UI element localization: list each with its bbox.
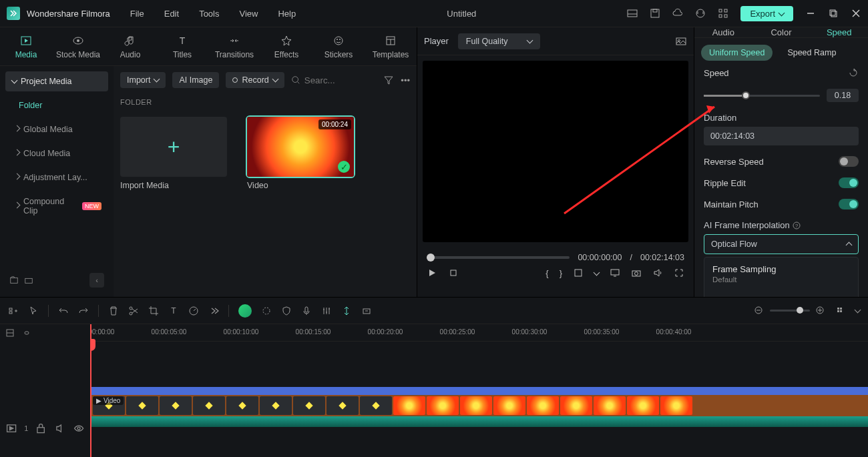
tab-transitions[interactable]: Transitions <box>208 27 260 65</box>
menu-edit[interactable]: Edit <box>164 9 179 19</box>
sidebar-project-media[interactable]: Project Media <box>5 71 108 91</box>
crop-tool-icon[interactable] <box>148 306 159 316</box>
shield-icon[interactable] <box>281 306 292 316</box>
volume-icon[interactable] <box>652 268 663 278</box>
timeline-tracks[interactable]: 00:00:00:00 00:00:05:00 00:00:10:00 00:0… <box>90 324 868 457</box>
new-folder-icon[interactable] <box>9 276 19 285</box>
video-track-icon[interactable] <box>5 422 17 434</box>
display-icon[interactable] <box>610 268 620 278</box>
more-icon[interactable]: ••• <box>401 75 410 85</box>
zoom-out-icon[interactable] <box>754 306 765 316</box>
preview-viewport[interactable] <box>423 61 688 242</box>
chevron-down-icon[interactable] <box>855 306 860 316</box>
reset-icon[interactable] <box>848 67 859 78</box>
camera-icon[interactable] <box>631 268 642 278</box>
tab-stickers[interactable]: Stickers <box>312 27 365 65</box>
save-icon[interactable] <box>650 8 660 19</box>
reverse-toggle[interactable] <box>839 156 859 167</box>
link-icon[interactable] <box>21 328 31 338</box>
ripple-toggle[interactable] <box>839 177 859 188</box>
eye-icon[interactable] <box>73 422 85 434</box>
ai-image-button[interactable]: AI Image <box>172 72 219 88</box>
mic-icon[interactable] <box>301 306 312 316</box>
dd-frame-sampling[interactable]: Frame Sampling Default <box>704 258 858 290</box>
video-thumb[interactable]: 00:00:24 ✓ Video <box>247 117 354 190</box>
mark-in-icon[interactable]: { <box>546 268 548 278</box>
duration-input[interactable]: 00:02:14:03 <box>704 127 859 145</box>
chevron-down-icon[interactable] <box>594 268 599 278</box>
tab-effects[interactable]: Effects <box>260 27 312 65</box>
tab-media[interactable]: Media <box>0 27 52 65</box>
timeline-ruler[interactable]: 00:00:00:00 00:00:05:00 00:00:10:00 00:0… <box>90 324 868 342</box>
track-options-icon[interactable] <box>5 328 15 338</box>
stop-button[interactable] <box>448 268 459 278</box>
text-tool-icon[interactable]: T <box>168 306 179 316</box>
apps-icon[interactable] <box>718 8 728 19</box>
sidebar-adjustment-layer[interactable]: Adjustment Lay... <box>5 167 108 187</box>
support-icon[interactable] <box>695 8 706 19</box>
subtab-uniform-speed[interactable]: Uniform Speed <box>701 45 773 61</box>
sidebar-compound-clip[interactable]: Compound ClipNEW <box>5 191 108 221</box>
pitch-toggle[interactable] <box>839 199 859 209</box>
quality-select[interactable]: Full Quality <box>458 33 541 49</box>
mute-icon[interactable] <box>54 422 66 434</box>
menu-tools[interactable]: Tools <box>199 9 219 19</box>
mark-out-icon[interactable]: } <box>560 268 562 278</box>
subtab-speed-ramp[interactable]: Speed Ramp <box>779 45 844 61</box>
tab-titles[interactable]: TTitles <box>156 27 208 65</box>
video-clip[interactable]: ▶ Video <box>90 387 868 427</box>
crop-icon[interactable] <box>573 268 584 278</box>
search-input[interactable] <box>304 75 365 85</box>
speed-value[interactable]: 0.18 <box>827 89 859 102</box>
minimize-button[interactable] <box>805 8 816 19</box>
tab-stock-media[interactable]: Stock Media <box>52 27 104 65</box>
zoom-in-icon[interactable] <box>815 306 826 316</box>
search-field[interactable] <box>291 75 377 85</box>
mixer-icon[interactable] <box>321 306 332 316</box>
zoom-slider[interactable] <box>770 310 810 312</box>
color-tool-icon[interactable] <box>261 306 272 316</box>
menu-help[interactable]: Help <box>278 9 296 19</box>
filter-icon[interactable] <box>383 75 394 85</box>
prop-tab-audio[interactable]: Audio <box>694 27 752 37</box>
export-button[interactable]: Export <box>740 6 793 21</box>
playhead[interactable] <box>90 324 91 457</box>
layout-icon[interactable] <box>627 8 638 19</box>
prop-tab-color[interactable]: Color <box>752 27 811 37</box>
ai-face-icon[interactable] <box>238 304 252 318</box>
record-button[interactable]: Record <box>226 72 284 88</box>
add-track-icon[interactable] <box>8 306 19 316</box>
sidebar-folder[interactable]: Folder <box>5 95 108 115</box>
preview-scrubber[interactable] <box>427 256 570 259</box>
sidebar-global-media[interactable]: Global Media <box>5 119 108 139</box>
cursor-icon[interactable] <box>28 306 39 316</box>
view-options-icon[interactable] <box>835 306 846 316</box>
maximize-button[interactable] <box>828 8 839 19</box>
delete-icon[interactable] <box>108 306 119 316</box>
fullscreen-icon[interactable] <box>674 268 684 278</box>
prop-tab-speed[interactable]: Speed <box>810 27 868 37</box>
more-tools-icon[interactable] <box>208 306 219 316</box>
menu-view[interactable]: View <box>239 9 258 19</box>
marker-icon[interactable] <box>341 306 352 316</box>
import-button[interactable]: Import <box>120 72 166 88</box>
speed-slider[interactable] <box>704 95 820 97</box>
close-button[interactable] <box>851 8 861 19</box>
play-button[interactable] <box>427 268 437 278</box>
dd-frame-blending[interactable]: Frame Blending Faster but lower quality <box>704 290 858 297</box>
menu-file[interactable]: File <box>130 9 144 19</box>
redo-icon[interactable] <box>78 306 89 316</box>
interp-dropdown[interactable]: Optical Flow <box>704 234 859 254</box>
tab-audio[interactable]: Audio <box>104 27 156 65</box>
sidebar-cloud-media[interactable]: Cloud Media <box>5 143 108 163</box>
undo-icon[interactable] <box>58 306 69 316</box>
snapshot-icon[interactable] <box>675 35 687 47</box>
split-icon[interactable] <box>128 306 139 316</box>
tab-templates[interactable]: Templates <box>365 27 417 65</box>
help-icon[interactable]: ? <box>793 221 801 230</box>
lock-icon[interactable] <box>35 422 47 434</box>
cloud-icon[interactable] <box>672 8 683 19</box>
render-icon[interactable] <box>361 306 372 316</box>
folder-icon[interactable] <box>24 276 33 285</box>
speed-tool-icon[interactable] <box>188 306 199 316</box>
